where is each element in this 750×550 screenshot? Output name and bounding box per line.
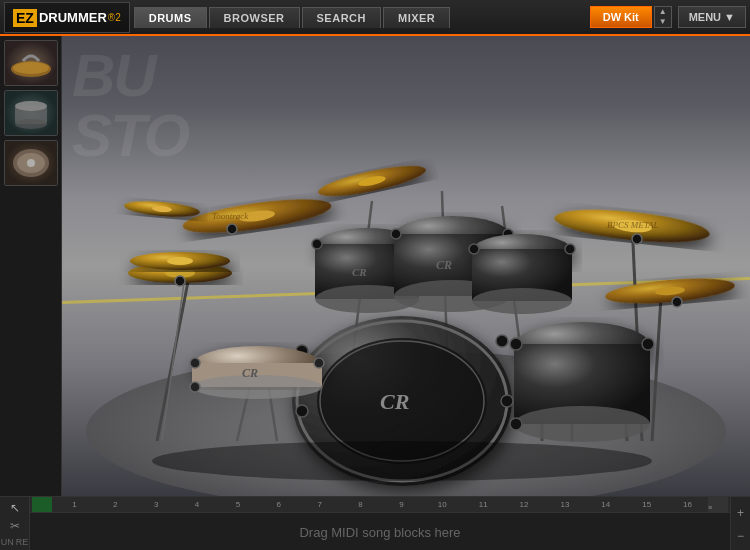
svg-point-52: [472, 288, 572, 314]
logo-drummer-text: DRUMMER: [39, 10, 107, 25]
thumb-image-2: [5, 91, 57, 135]
kit-selector: DW Kit ▲ ▼: [590, 6, 672, 28]
top-navigation-bar: EZ DRUMMER ®2 DRUMS BROWSER SEARCH MIXER…: [0, 0, 750, 36]
kit-arrows: ▲ ▼: [654, 6, 672, 28]
app-logo: EZ DRUMMER ®2: [4, 2, 130, 33]
svg-point-74: [672, 297, 682, 307]
zoom-out-button[interactable]: −: [737, 529, 744, 543]
drum-kit-svg: CR CR CR: [62, 36, 750, 496]
midi-drop-zone[interactable]: Drag MIDI song blocks here: [30, 513, 730, 550]
timeline-tools: ↖ ✂ UN RE: [0, 497, 30, 550]
ruler-3: 3: [136, 500, 177, 509]
thumb-image-1: [5, 41, 57, 85]
svg-text:CR: CR: [352, 266, 367, 278]
svg-point-57: [514, 406, 650, 442]
scissors-tool[interactable]: ✂: [10, 519, 20, 533]
ruler-5: 5: [218, 500, 259, 509]
svg-point-64: [167, 257, 193, 265]
ruler-12: 12: [504, 500, 545, 509]
un-label: UN: [1, 537, 14, 547]
ruler-6: 6: [258, 500, 299, 509]
ruler-10: 10: [422, 500, 463, 509]
ruler-2: 2: [95, 500, 136, 509]
timeline-area: ↖ ✂ UN RE 1 2 3 4 5 6 7 8: [0, 497, 750, 550]
svg-point-36: [190, 382, 200, 392]
ruler-16: 16: [667, 500, 708, 509]
svg-point-65: [175, 276, 185, 286]
ruler-9: 9: [381, 500, 422, 509]
svg-point-1: [13, 62, 49, 74]
drum-thumbnail-panel: [0, 36, 62, 496]
playhead: [32, 497, 52, 512]
ruler-13: 13: [545, 500, 586, 509]
svg-point-4: [15, 119, 47, 129]
svg-point-58: [510, 338, 522, 350]
drum-thumb-2[interactable]: [4, 90, 58, 136]
svg-text:Toontrack: Toontrack: [212, 211, 249, 221]
ruler-11: 11: [463, 500, 504, 509]
tab-search[interactable]: SEARCH: [302, 7, 381, 28]
ruler-1: 1: [54, 500, 95, 509]
tab-mixer[interactable]: MIXER: [383, 7, 450, 28]
midi-drop-text: Drag MIDI song blocks here: [299, 525, 460, 540]
svg-point-48: [391, 229, 401, 239]
ruler-14: 14: [585, 500, 626, 509]
ruler-end: ≡: [708, 496, 728, 514]
main-area: BUSTO: [0, 36, 750, 496]
svg-point-30: [501, 395, 513, 407]
tab-browser[interactable]: BROWSER: [209, 7, 300, 28]
svg-point-28: [296, 405, 308, 417]
zoom-in-button[interactable]: +: [737, 506, 744, 520]
drum-kit-display: BUSTO: [62, 36, 750, 496]
ruler-numbers: 1 2 3 4 5 6 7 8 9 10 11 12 13 14 15 16: [54, 500, 708, 509]
svg-point-42: [312, 239, 322, 249]
nav-tabs: DRUMS BROWSER SEARCH MIXER: [134, 7, 582, 28]
svg-point-53: [469, 244, 479, 254]
svg-point-59: [642, 338, 654, 350]
svg-text:CR: CR: [436, 258, 452, 272]
ruler-15: 15: [626, 500, 667, 509]
logo-ez-text: EZ: [13, 7, 37, 28]
zoom-controls: + −: [730, 497, 750, 550]
svg-point-60: [510, 418, 522, 430]
svg-point-37: [314, 358, 324, 368]
svg-point-35: [190, 358, 200, 368]
menu-button[interactable]: MENU ▼: [678, 6, 746, 28]
svg-point-29: [496, 335, 508, 347]
ruler-4: 4: [177, 500, 218, 509]
timeline-section: ↖ ✂ UN RE 1 2 3 4 5 6 7 8: [0, 496, 750, 550]
cursor-tool[interactable]: ↖: [10, 501, 20, 515]
svg-text:BPCS METAL: BPCS METAL: [607, 220, 659, 230]
svg-point-81: [152, 441, 652, 481]
drum-thumb-1[interactable]: [4, 40, 58, 86]
timeline-ruler: 1 2 3 4 5 6 7 8 9 10 11 12 13 14 15 16: [30, 497, 730, 513]
kit-arrow-down[interactable]: ▼: [655, 17, 671, 27]
kit-name-label[interactable]: DW Kit: [590, 6, 652, 28]
tab-drums[interactable]: DRUMS: [134, 7, 207, 28]
svg-text:CR: CR: [380, 389, 409, 414]
ruler-8: 8: [340, 500, 381, 509]
kit-arrow-up[interactable]: ▲: [655, 7, 671, 17]
svg-text:CR: CR: [242, 366, 258, 380]
logo-version: ®2: [108, 12, 121, 23]
re-label: RE: [16, 537, 29, 547]
svg-point-3: [15, 101, 47, 111]
ruler-7: 7: [299, 500, 340, 509]
svg-point-71: [632, 234, 642, 244]
svg-point-68: [227, 224, 237, 234]
svg-point-7: [27, 159, 35, 167]
drum-thumb-3[interactable]: [4, 140, 58, 186]
timeline-content: 1 2 3 4 5 6 7 8 9 10 11 12 13 14 15 16: [30, 497, 730, 550]
thumb-image-3: [5, 141, 57, 185]
svg-point-54: [565, 244, 575, 254]
